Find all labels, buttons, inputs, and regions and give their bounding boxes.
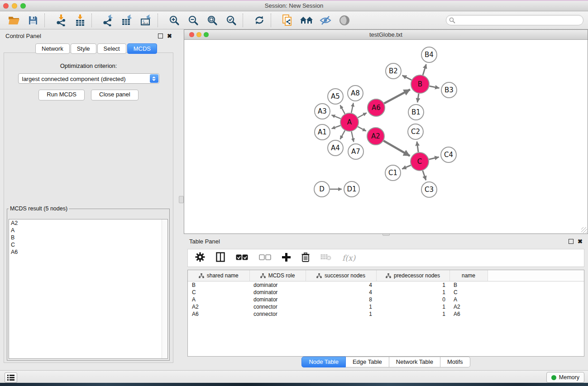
status-bar: Memory (0, 370, 588, 383)
delete-table-button[interactable] (320, 253, 331, 262)
table-row[interactable]: Cdominator41C (188, 289, 584, 296)
optimization-criterion-label: Optimization criterion: (4, 62, 173, 69)
vertical-splitter-handle[interactable] (179, 196, 184, 203)
mcds-result-item[interactable]: A6 (9, 248, 167, 256)
table-row[interactable]: A6connector11A6 (188, 310, 584, 318)
graph-edge-B-B2[interactable] (402, 76, 411, 80)
save-session-button[interactable] (24, 13, 43, 28)
table-row[interactable]: A2connector11A2 (188, 303, 584, 310)
graph-edge-B-B3[interactable] (430, 86, 440, 88)
graph-edge-A-A6[interactable] (358, 113, 366, 118)
mcds-result-item[interactable]: B (9, 234, 167, 241)
column-header-name[interactable]: name (449, 270, 488, 281)
export-image-button[interactable] (137, 13, 156, 28)
close-panel-button[interactable]: Close panel (91, 90, 139, 100)
search-input[interactable] (446, 15, 583, 25)
zoom-fit-icon (207, 15, 218, 26)
show-column-button[interactable] (216, 252, 225, 264)
graph-edge-B-B4[interactable] (423, 64, 426, 75)
task-history-button[interactable] (5, 372, 17, 383)
graph-edge-A-A1[interactable] (332, 125, 341, 129)
graph-node-label-B1: B1 (411, 108, 421, 116)
show-hidden-button[interactable] (335, 13, 354, 28)
eye-icon (339, 15, 350, 26)
import-table-button[interactable] (71, 13, 90, 28)
graph-edge-C-C1[interactable] (402, 165, 411, 169)
node-table-grid: shared name MCDS role successor nodes pr… (188, 270, 584, 318)
tab-node-table[interactable]: Node Table (301, 357, 346, 367)
export-table-button[interactable] (118, 13, 137, 28)
cell-name: C (449, 289, 488, 296)
graph-edge-A6-B[interactable] (384, 90, 410, 104)
export-network-button[interactable] (99, 13, 118, 28)
tab-motifs[interactable]: Motifs (440, 357, 470, 367)
criterion-select[interactable]: largest connected component (directed) (18, 73, 159, 84)
node-table[interactable]: shared name MCDS role successor nodes pr… (187, 270, 584, 357)
mcds-result-item[interactable]: A (9, 227, 167, 234)
graph-edge-B-B1[interactable] (417, 94, 419, 102)
result-list-scrollbar[interactable] (162, 219, 167, 358)
mcds-result-item[interactable]: C (9, 241, 167, 248)
column-header-mcds-role[interactable]: MCDS role (249, 270, 306, 281)
select-all-button[interactable] (236, 254, 248, 262)
zoom-fit-button[interactable] (203, 13, 222, 28)
graph-node-label-C4: C4 (444, 151, 453, 159)
frame-resize-grip[interactable] (581, 227, 587, 233)
zoom-in-button[interactable] (165, 13, 184, 28)
mcds-result-item[interactable]: A2 (9, 219, 167, 227)
table-settings-button[interactable] (195, 252, 205, 264)
cell-mcds-role: dominator (249, 296, 306, 303)
memory-button[interactable]: Memory (546, 372, 584, 383)
column-header-predecessor-nodes[interactable]: predecessor nodes (376, 270, 449, 281)
table-panel: Table Panel ✖ (184, 235, 588, 370)
search-icon (449, 17, 455, 24)
graph-edge-C-C2[interactable] (417, 142, 418, 152)
graph-edge-A-A4[interactable] (340, 130, 345, 139)
column-header-successor-nodes[interactable]: successor nodes (306, 270, 376, 281)
graph-edge-A-A2[interactable] (358, 127, 366, 131)
mcds-result-list[interactable]: A2ABCA6 (9, 219, 168, 359)
tab-network[interactable]: Network (35, 43, 70, 54)
tab-edge-table[interactable]: Edge Table (346, 357, 389, 367)
column-header-shared-name[interactable]: shared name (188, 270, 249, 281)
tab-style[interactable]: Style (71, 43, 96, 54)
table-row[interactable]: Bdominator41B (188, 281, 584, 289)
hide-selected-button[interactable] (316, 13, 335, 28)
float-panel-icon[interactable] (158, 33, 163, 38)
show-network-gallery-button[interactable] (297, 13, 316, 28)
import-network-button[interactable] (52, 13, 71, 28)
refresh-view-button[interactable] (250, 13, 269, 28)
graph-edge-A-A7[interactable] (351, 132, 354, 142)
graph-edge-A2-C[interactable] (383, 141, 410, 156)
cell-predecessor-nodes: 0 (376, 296, 449, 303)
toolbar-separator (91, 14, 96, 27)
close-panel-icon[interactable]: ✖ (167, 34, 172, 38)
graph-edge-C-C4[interactable] (429, 157, 439, 159)
graph-edge-A-A3[interactable] (331, 115, 340, 119)
table-row[interactable]: Adominator80A (188, 296, 584, 303)
zoom-out-button[interactable] (184, 13, 203, 28)
function-builder-button[interactable]: f(x) (342, 253, 355, 262)
add-column-button[interactable] (282, 253, 291, 263)
tab-mcds[interactable]: MCDS (127, 43, 157, 54)
graph-edge-A-A8[interactable] (351, 103, 353, 113)
tab-network-table[interactable]: Network Table (389, 357, 440, 367)
deselect-all-button[interactable] (259, 254, 271, 262)
zoom-selected-button[interactable] (222, 13, 241, 28)
graph-edge-C-C3[interactable] (423, 171, 426, 180)
float-panel-icon[interactable] (569, 239, 574, 244)
close-panel-icon[interactable]: ✖ (578, 239, 583, 243)
criterion-select-value: largest connected component (directed) (22, 76, 126, 82)
window-title: Session: New Session (0, 2, 588, 9)
network-canvas[interactable]: B4B2BB3A8A5A6A3B1AA1C2A2A4A7C4CC1C3DD1 (184, 40, 588, 234)
clone-network-button[interactable] (278, 13, 297, 28)
graph-edge-A-A5[interactable] (340, 105, 345, 114)
delete-column-button[interactable] (301, 253, 310, 264)
open-file-button[interactable] (5, 13, 24, 28)
tab-select[interactable]: Select (97, 43, 126, 54)
graph-node-label-C2: C2 (411, 128, 420, 136)
graph-node-label-C3: C3 (425, 186, 434, 194)
cell-filler (488, 303, 584, 310)
cell-name: A (449, 296, 488, 303)
run-mcds-button[interactable]: Run MCDS (38, 90, 85, 100)
